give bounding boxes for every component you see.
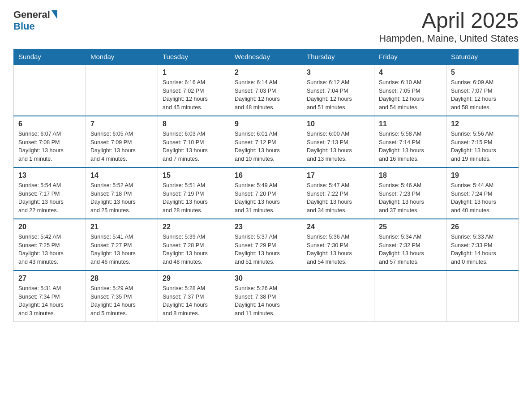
day-info: Sunrise: 5:46 AM Sunset: 7:23 PM Dayligh… xyxy=(379,181,442,215)
day-info: Sunrise: 5:26 AM Sunset: 7:38 PM Dayligh… xyxy=(235,284,297,318)
day-number: 5 xyxy=(451,68,514,77)
day-info: Sunrise: 5:41 AM Sunset: 7:27 PM Dayligh… xyxy=(90,233,153,266)
day-number: 27 xyxy=(18,274,81,283)
day-number: 8 xyxy=(163,120,225,128)
calendar-cell: 12Sunrise: 5:56 AM Sunset: 7:15 PM Dayli… xyxy=(446,116,519,167)
title-area: April 2025 Hampden, Maine, United States xyxy=(379,9,519,44)
logo-triangle-icon xyxy=(51,10,57,19)
day-number: 6 xyxy=(18,120,81,128)
day-info: Sunrise: 5:52 AM Sunset: 7:18 PM Dayligh… xyxy=(90,181,153,215)
calendar-cell: 17Sunrise: 5:47 AM Sunset: 7:22 PM Dayli… xyxy=(302,167,374,219)
day-number: 29 xyxy=(163,274,225,283)
calendar-header: SundayMondayTuesdayWednesdayThursdayFrid… xyxy=(14,49,519,64)
week-row-5: 27Sunrise: 5:31 AM Sunset: 7:34 PM Dayli… xyxy=(14,270,519,322)
calendar-body: 1Sunrise: 6:16 AM Sunset: 7:02 PM Daylig… xyxy=(14,64,519,322)
calendar-cell: 18Sunrise: 5:46 AM Sunset: 7:23 PM Dayli… xyxy=(374,167,446,219)
calendar-cell: 5Sunrise: 6:09 AM Sunset: 7:07 PM Daylig… xyxy=(446,64,519,116)
day-info: Sunrise: 5:34 AM Sunset: 7:32 PM Dayligh… xyxy=(379,233,442,266)
day-info: Sunrise: 5:33 AM Sunset: 7:33 PM Dayligh… xyxy=(451,233,514,266)
day-info: Sunrise: 6:03 AM Sunset: 7:10 PM Dayligh… xyxy=(163,130,225,163)
day-info: Sunrise: 6:16 AM Sunset: 7:02 PM Dayligh… xyxy=(163,78,225,112)
calendar-table: SundayMondayTuesdayWednesdayThursdayFrid… xyxy=(13,49,519,322)
day-number: 14 xyxy=(90,171,153,180)
day-info: Sunrise: 5:29 AM Sunset: 7:35 PM Dayligh… xyxy=(90,284,153,318)
day-info: Sunrise: 6:07 AM Sunset: 7:08 PM Dayligh… xyxy=(18,130,81,163)
calendar-cell: 3Sunrise: 6:12 AM Sunset: 7:04 PM Daylig… xyxy=(302,64,374,116)
day-number: 20 xyxy=(18,223,81,231)
day-info: Sunrise: 5:39 AM Sunset: 7:28 PM Dayligh… xyxy=(163,233,225,266)
day-number: 17 xyxy=(307,171,369,180)
logo-blue-text: Blue xyxy=(13,21,35,32)
day-info: Sunrise: 5:36 AM Sunset: 7:30 PM Dayligh… xyxy=(307,233,369,266)
calendar-cell: 2Sunrise: 6:14 AM Sunset: 7:03 PM Daylig… xyxy=(230,64,302,116)
calendar-cell: 24Sunrise: 5:36 AM Sunset: 7:30 PM Dayli… xyxy=(302,219,374,270)
day-info: Sunrise: 5:54 AM Sunset: 7:17 PM Dayligh… xyxy=(18,181,81,215)
calendar-cell: 10Sunrise: 6:00 AM Sunset: 7:13 PM Dayli… xyxy=(302,116,374,167)
day-number: 28 xyxy=(90,274,153,283)
day-info: Sunrise: 5:44 AM Sunset: 7:24 PM Dayligh… xyxy=(451,181,514,215)
header-day-monday: Monday xyxy=(86,49,158,64)
page-header: General Blue April 2025 Hampden, Maine, … xyxy=(13,9,519,44)
calendar-cell xyxy=(302,270,374,322)
day-number: 12 xyxy=(451,120,514,128)
calendar-cell xyxy=(86,64,158,116)
day-number: 11 xyxy=(379,120,442,128)
day-number: 2 xyxy=(235,68,297,77)
day-number: 19 xyxy=(451,171,514,180)
day-info: Sunrise: 5:58 AM Sunset: 7:14 PM Dayligh… xyxy=(379,130,442,163)
calendar-cell: 22Sunrise: 5:39 AM Sunset: 7:28 PM Dayli… xyxy=(158,219,230,270)
logo-general-text: General xyxy=(13,9,50,21)
calendar-cell: 30Sunrise: 5:26 AM Sunset: 7:38 PM Dayli… xyxy=(230,270,302,322)
day-info: Sunrise: 5:51 AM Sunset: 7:19 PM Dayligh… xyxy=(163,181,225,215)
day-number: 16 xyxy=(235,171,297,180)
calendar-cell: 4Sunrise: 6:10 AM Sunset: 7:05 PM Daylig… xyxy=(374,64,446,116)
calendar-cell xyxy=(14,64,86,116)
day-number: 13 xyxy=(18,171,81,180)
day-number: 7 xyxy=(90,120,153,128)
day-info: Sunrise: 6:05 AM Sunset: 7:09 PM Dayligh… xyxy=(90,130,153,163)
header-row: SundayMondayTuesdayWednesdayThursdayFrid… xyxy=(14,49,519,64)
day-info: Sunrise: 6:12 AM Sunset: 7:04 PM Dayligh… xyxy=(307,78,369,112)
header-day-friday: Friday xyxy=(374,49,446,64)
day-info: Sunrise: 6:00 AM Sunset: 7:13 PM Dayligh… xyxy=(307,130,369,163)
day-number: 4 xyxy=(379,68,442,77)
calendar-cell: 8Sunrise: 6:03 AM Sunset: 7:10 PM Daylig… xyxy=(158,116,230,167)
day-info: Sunrise: 5:49 AM Sunset: 7:20 PM Dayligh… xyxy=(235,181,297,215)
header-day-saturday: Saturday xyxy=(446,49,519,64)
day-number: 23 xyxy=(235,223,297,231)
calendar-cell: 23Sunrise: 5:37 AM Sunset: 7:29 PM Dayli… xyxy=(230,219,302,270)
header-day-thursday: Thursday xyxy=(302,49,374,64)
calendar-cell: 19Sunrise: 5:44 AM Sunset: 7:24 PM Dayli… xyxy=(446,167,519,219)
calendar-cell xyxy=(446,270,519,322)
header-day-wednesday: Wednesday xyxy=(230,49,302,64)
day-number: 26 xyxy=(451,223,514,231)
day-info: Sunrise: 6:14 AM Sunset: 7:03 PM Dayligh… xyxy=(235,78,297,112)
page-subtitle: Hampden, Maine, United States xyxy=(379,33,519,44)
calendar-cell: 28Sunrise: 5:29 AM Sunset: 7:35 PM Dayli… xyxy=(86,270,158,322)
day-info: Sunrise: 6:01 AM Sunset: 7:12 PM Dayligh… xyxy=(235,130,297,163)
calendar-cell: 7Sunrise: 6:05 AM Sunset: 7:09 PM Daylig… xyxy=(86,116,158,167)
calendar-cell: 9Sunrise: 6:01 AM Sunset: 7:12 PM Daylig… xyxy=(230,116,302,167)
header-day-sunday: Sunday xyxy=(14,49,86,64)
header-day-tuesday: Tuesday xyxy=(158,49,230,64)
calendar-cell xyxy=(374,270,446,322)
day-info: Sunrise: 6:10 AM Sunset: 7:05 PM Dayligh… xyxy=(379,78,442,112)
week-row-4: 20Sunrise: 5:42 AM Sunset: 7:25 PM Dayli… xyxy=(14,219,519,270)
calendar-cell: 16Sunrise: 5:49 AM Sunset: 7:20 PM Dayli… xyxy=(230,167,302,219)
calendar-cell: 21Sunrise: 5:41 AM Sunset: 7:27 PM Dayli… xyxy=(86,219,158,270)
day-number: 15 xyxy=(163,171,225,180)
day-number: 3 xyxy=(307,68,369,77)
day-info: Sunrise: 5:42 AM Sunset: 7:25 PM Dayligh… xyxy=(18,233,81,266)
calendar-cell: 1Sunrise: 6:16 AM Sunset: 7:02 PM Daylig… xyxy=(158,64,230,116)
week-row-3: 13Sunrise: 5:54 AM Sunset: 7:17 PM Dayli… xyxy=(14,167,519,219)
calendar-cell: 13Sunrise: 5:54 AM Sunset: 7:17 PM Dayli… xyxy=(14,167,86,219)
day-number: 22 xyxy=(163,223,225,231)
day-info: Sunrise: 5:31 AM Sunset: 7:34 PM Dayligh… xyxy=(18,284,81,318)
calendar-cell: 11Sunrise: 5:58 AM Sunset: 7:14 PM Dayli… xyxy=(374,116,446,167)
calendar-cell: 14Sunrise: 5:52 AM Sunset: 7:18 PM Dayli… xyxy=(86,167,158,219)
calendar-cell: 15Sunrise: 5:51 AM Sunset: 7:19 PM Dayli… xyxy=(158,167,230,219)
calendar-cell: 6Sunrise: 6:07 AM Sunset: 7:08 PM Daylig… xyxy=(14,116,86,167)
week-row-2: 6Sunrise: 6:07 AM Sunset: 7:08 PM Daylig… xyxy=(14,116,519,167)
calendar-cell: 26Sunrise: 5:33 AM Sunset: 7:33 PM Dayli… xyxy=(446,219,519,270)
day-info: Sunrise: 5:28 AM Sunset: 7:37 PM Dayligh… xyxy=(163,284,225,318)
